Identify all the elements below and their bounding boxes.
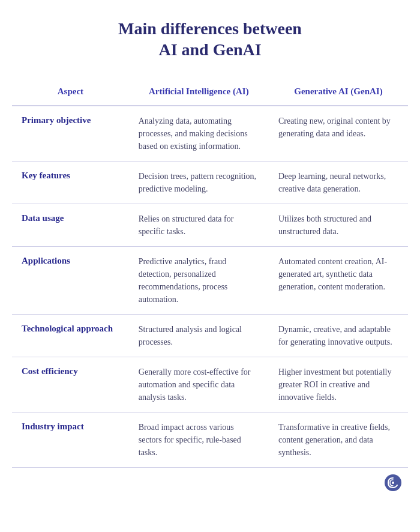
- genai-text: Creating new, original content by genera…: [278, 116, 391, 138]
- genai-text: Higher investment but potentially greate…: [278, 367, 392, 402]
- header-genai: Generative AI (GenAI): [269, 78, 408, 106]
- genai-cell: Creating new, original content by genera…: [269, 106, 408, 162]
- ai-cell: Generally more cost-effective for automa…: [129, 357, 269, 413]
- aspect-label: Data usage: [22, 213, 64, 223]
- aspect-label: Industry impact: [22, 422, 84, 431]
- header-ai: Artificial Intelligence (AI): [129, 78, 269, 106]
- aspect-label: Key features: [22, 171, 70, 180]
- table-row: Technological approachStructured analysi…: [12, 315, 408, 357]
- genai-cell: Higher investment but potentially greate…: [269, 357, 408, 413]
- footer-logo: [384, 474, 402, 494]
- aspect-cell: Applications: [12, 247, 129, 315]
- page-title: Main differences between AI and GenAI: [118, 18, 302, 60]
- ai-text: Structured analysis and logical processe…: [139, 325, 242, 346]
- genai-text: Dynamic, creative, and adaptable for gen…: [278, 325, 392, 346]
- ai-text: Relies on structured data for specific t…: [139, 214, 234, 236]
- ai-text: Generally more cost-effective for automa…: [139, 367, 251, 402]
- ai-cell: Broad impact across various sectors for …: [129, 413, 269, 468]
- comparison-table: Aspect Artificial Intelligence (AI) Gene…: [12, 78, 408, 468]
- header-aspect: Aspect: [12, 78, 129, 106]
- aspect-cell: Key features: [12, 162, 129, 204]
- genai-text: Utilizes both structured and unstructure…: [278, 214, 371, 236]
- ai-cell: Predictive analytics, fraud detection, p…: [129, 247, 269, 315]
- aspect-label: Primary objective: [22, 115, 91, 125]
- aspect-label: Applications: [22, 256, 70, 265]
- svg-point-1: [392, 482, 394, 484]
- ai-text: Decision trees, pattern recognition, pre…: [139, 172, 256, 193]
- genai-cell: Utilizes both structured and unstructure…: [269, 204, 408, 247]
- genai-text: Automated content creation, AI-generated…: [278, 257, 387, 291]
- ai-cell: Decision trees, pattern recognition, pre…: [129, 162, 269, 204]
- table-row: Industry impactBroad impact across vario…: [12, 413, 408, 468]
- ai-text: Predictive analytics, fraud detection, p…: [139, 257, 228, 304]
- ai-cell: Structured analysis and logical processe…: [129, 315, 269, 357]
- genai-cell: Transformative in creative fields, conte…: [269, 413, 408, 468]
- table-row: ApplicationsPredictive analytics, fraud …: [12, 247, 408, 315]
- aspect-cell: Data usage: [12, 204, 129, 247]
- aspect-label: Cost efficiency: [22, 366, 78, 376]
- aspect-cell: Cost efficiency: [12, 357, 129, 413]
- table-row: Cost efficiencyGenerally more cost-effec…: [12, 357, 408, 413]
- aspect-cell: Industry impact: [12, 413, 129, 468]
- ai-cell: Relies on structured data for specific t…: [129, 204, 269, 247]
- table-row: Primary objectiveAnalyzing data, automat…: [12, 106, 408, 162]
- ai-text: Broad impact across various sectors for …: [139, 423, 241, 457]
- aspect-cell: Primary objective: [12, 106, 129, 162]
- genai-cell: Deep learning, neural networks, creative…: [269, 162, 408, 204]
- ai-cell: Analyzing data, automating processes, an…: [129, 106, 269, 162]
- table-row: Data usageRelies on structured data for …: [12, 204, 408, 247]
- ai-text: Analyzing data, automating processes, an…: [139, 116, 248, 151]
- aspect-label: Technological approach: [22, 324, 113, 333]
- genai-text: Transformative in creative fields, conte…: [278, 423, 390, 457]
- genai-cell: Automated content creation, AI-generated…: [269, 247, 408, 315]
- genai-cell: Dynamic, creative, and adaptable for gen…: [269, 315, 408, 357]
- aspect-cell: Technological approach: [12, 315, 129, 357]
- table-row: Key featuresDecision trees, pattern reco…: [12, 162, 408, 204]
- genai-text: Deep learning, neural networks, creative…: [278, 172, 386, 193]
